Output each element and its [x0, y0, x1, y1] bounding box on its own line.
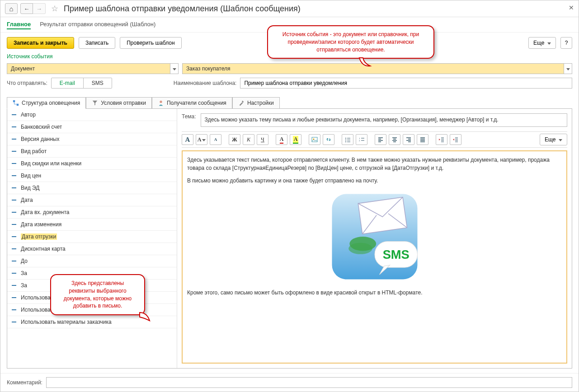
- dash-icon: [12, 236, 16, 237]
- person-icon: [158, 100, 164, 106]
- bg-color-icon[interactable]: A: [290, 134, 301, 145]
- structure-icon: [13, 100, 19, 106]
- attribute-item[interactable]: Вид скидки или наценки: [7, 158, 177, 170]
- list-bullet-icon[interactable]: [342, 134, 353, 145]
- attribute-label: Автор: [21, 112, 36, 118]
- underline-icon[interactable]: Ч: [257, 134, 268, 145]
- align-right-icon[interactable]: [403, 134, 414, 145]
- home-icon: [9, 5, 13, 13]
- editor-body[interactable]: Здесь указывается текст письма, которое …: [182, 150, 567, 364]
- attribute-item[interactable]: Вид ЭД: [7, 182, 177, 194]
- list-number-icon[interactable]: 12: [356, 134, 367, 145]
- template-name-input[interactable]: [240, 78, 572, 89]
- chevron-down-icon: [547, 40, 551, 46]
- attribute-item[interactable]: Вид работ: [7, 145, 177, 158]
- attribute-label: За: [21, 282, 27, 289]
- dash-icon: [12, 126, 16, 127]
- subject-input[interactable]: Здесь можно указать тему письма и любые …: [201, 113, 567, 127]
- svg-text:SMS: SMS: [382, 247, 409, 261]
- indent-icon[interactable]: [450, 134, 461, 145]
- chevron-down-icon[interactable]: [564, 64, 572, 74]
- attributes-tree[interactable]: АвторБанковский счетВерсия данныхВид раб…: [7, 109, 177, 368]
- attribute-label: Вид цен: [21, 173, 41, 179]
- font-color-icon[interactable]: A: [276, 134, 287, 145]
- send-type-segment: E-mail SMS: [51, 78, 112, 89]
- attribute-label: Вид скидки или наценки: [21, 160, 81, 167]
- navtab-main[interactable]: Главное: [7, 20, 31, 29]
- attribute-item[interactable]: Дата отгрузки: [7, 231, 177, 243]
- tab-recipients[interactable]: Получатели сообщения: [152, 97, 232, 109]
- segment-email[interactable]: E-mail: [52, 78, 83, 88]
- align-justify-icon[interactable]: [417, 134, 428, 145]
- dash-icon: [12, 285, 16, 286]
- attribute-item[interactable]: Версия данных: [7, 133, 177, 145]
- arrow-left-icon: [24, 5, 30, 12]
- attribute-label: За: [21, 270, 27, 276]
- svg-rect-0: [13, 100, 15, 102]
- save-button[interactable]: Записать: [79, 37, 115, 49]
- body-paragraph: Кроме этого, само письмо может быть офор…: [187, 289, 562, 297]
- italic-icon[interactable]: К: [243, 134, 254, 145]
- dash-icon: [12, 309, 16, 310]
- font-family-icon[interactable]: A: [196, 134, 207, 145]
- callout-attributes: Здесь представлены реквизиты выбранного …: [50, 274, 145, 315]
- attribute-item[interactable]: Автор: [7, 109, 177, 121]
- source-type-dropdown[interactable]: Документ: [7, 63, 179, 74]
- source-object-value: Заказ покупателя: [183, 65, 564, 72]
- comment-input[interactable]: [46, 377, 572, 388]
- attribute-label: Дата: [21, 197, 33, 203]
- dash-icon: [12, 151, 16, 152]
- check-template-button[interactable]: Проверить шаблон: [120, 37, 181, 49]
- tools-icon: [238, 100, 245, 106]
- forward-button[interactable]: [33, 3, 46, 14]
- favorite-star-icon[interactable]: ☆: [48, 4, 61, 14]
- attribute-item[interactable]: Банковский счет: [7, 121, 177, 133]
- body-paragraph: В письмо можно добавить картинку и она т…: [187, 177, 562, 185]
- help-button[interactable]: ?: [560, 37, 572, 49]
- home-button[interactable]: [5, 3, 18, 14]
- svg-point-6: [345, 140, 346, 140]
- navtab-results[interactable]: Результат отправки оповещений (Шаблон): [40, 20, 155, 29]
- source-type-value: Документ: [7, 65, 170, 72]
- page-title: Пример шаблона отправки уведомления (Шаб…: [64, 4, 301, 14]
- attribute-item[interactable]: Вид цен: [7, 170, 177, 182]
- attribute-item[interactable]: Дата вх. документа: [7, 206, 177, 219]
- insert-image-icon[interactable]: [309, 134, 320, 145]
- send-label: Что отправлять:: [7, 80, 47, 86]
- more-button[interactable]: Еще: [528, 37, 556, 49]
- back-button[interactable]: [20, 3, 33, 14]
- attribute-label: Версия данных: [21, 136, 59, 142]
- attribute-item[interactable]: Дата изменения: [7, 219, 177, 231]
- editor-toolbar: A A A Ж К Ч A A 12: [182, 131, 567, 148]
- callout-tail-icon: [138, 311, 151, 322]
- dash-icon: [12, 139, 16, 140]
- align-center-icon[interactable]: [389, 134, 400, 145]
- editor-more-button[interactable]: Еще: [540, 134, 567, 145]
- titlebar: ☆ Пример шаблона отправки уведомления (Ш…: [0, 0, 579, 17]
- source-object-dropdown[interactable]: Заказ покупателя: [182, 63, 572, 74]
- dash-icon: [12, 261, 16, 261]
- save-close-button[interactable]: Записать и закрыть: [7, 37, 74, 49]
- attribute-item[interactable]: Дисконтная карта: [7, 243, 177, 255]
- attribute-item[interactable]: Дата: [7, 194, 177, 206]
- align-left-icon[interactable]: [375, 134, 386, 145]
- tab-conditions[interactable]: Условия отправки: [86, 97, 152, 109]
- tab-settings[interactable]: Настройки: [232, 97, 280, 109]
- insert-link-icon[interactable]: [323, 134, 334, 145]
- callout-tail-icon: [358, 57, 372, 68]
- bold-icon[interactable]: Ж: [229, 134, 240, 145]
- callout-source: Источник события - это документ или спра…: [267, 25, 434, 59]
- svg-rect-1: [17, 104, 19, 106]
- attribute-item[interactable]: До: [7, 255, 177, 267]
- font-size-down-icon[interactable]: A: [210, 134, 221, 145]
- outdent-icon[interactable]: [436, 134, 447, 145]
- subject-label: Тема:: [182, 113, 196, 120]
- tab-structure[interactable]: Структура оповещения: [7, 97, 86, 109]
- dash-icon: [12, 175, 16, 176]
- segment-sms[interactable]: SMS: [83, 78, 112, 88]
- attribute-label: Вид ЭД: [21, 185, 39, 191]
- chevron-down-icon[interactable]: [170, 64, 178, 74]
- close-button[interactable]: ✕: [569, 4, 574, 11]
- dash-icon: [12, 224, 16, 225]
- font-size-up-icon[interactable]: A: [182, 134, 193, 145]
